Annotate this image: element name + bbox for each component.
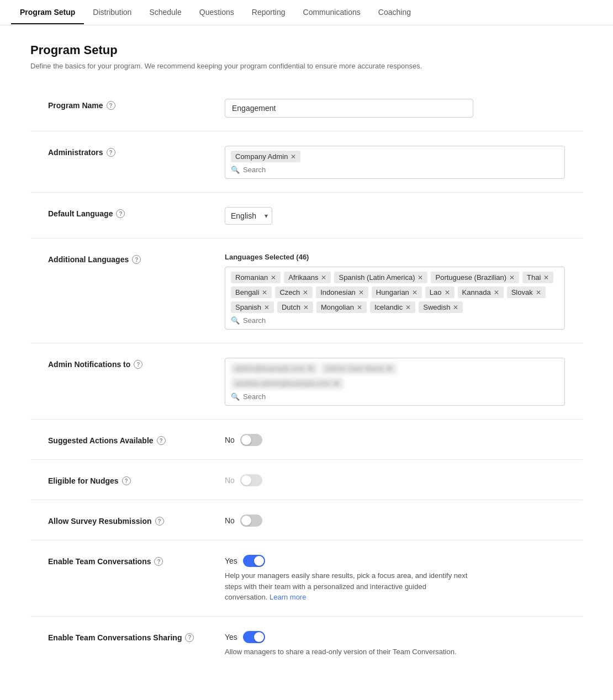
- admin-notifications-tags-line: admin@example.com ✕ Admin User Name ✕: [231, 363, 559, 374]
- suggested-actions-control-col: No: [225, 434, 565, 446]
- language-tag-remove[interactable]: ✕: [358, 289, 364, 296]
- allow-resubmission-label: Allow Survey Resubmission ?: [48, 517, 225, 526]
- language-tag-remove[interactable]: ✕: [271, 274, 276, 281]
- admin-notification-tag-1: admin@example.com ✕: [231, 363, 318, 374]
- admin-notifications-search-icon: 🔍: [231, 393, 240, 401]
- suggested-actions-row: Suggested Actions Available ? No: [30, 421, 583, 460]
- tab-reporting[interactable]: Reporting: [243, 1, 294, 24]
- language-tag-thai: Thai✕: [522, 272, 553, 283]
- admin-notification-tag-3-remove[interactable]: ✕: [334, 380, 339, 387]
- language-tag-remove[interactable]: ✕: [453, 304, 458, 311]
- language-tag-remove[interactable]: ✕: [543, 274, 549, 281]
- language-tag-remove[interactable]: ✕: [405, 304, 411, 311]
- administrators-help-icon[interactable]: ?: [107, 148, 115, 157]
- allow-resubmission-toggle[interactable]: [240, 515, 262, 527]
- eligible-nudges-row: Eligible for Nudges ? No: [30, 461, 583, 500]
- suggested-actions-toggle[interactable]: [240, 434, 262, 446]
- language-tag-remove[interactable]: ✕: [264, 304, 269, 311]
- administrators-label: Administrators ?: [48, 148, 225, 157]
- suggested-actions-label-col: Suggested Actions Available ?: [48, 434, 225, 445]
- enable-team-conv-help-icon[interactable]: ?: [154, 557, 163, 566]
- suggested-actions-slider: [240, 434, 262, 446]
- suggested-actions-label: Suggested Actions Available ?: [48, 436, 225, 445]
- additional-languages-row: Additional Languages ? Languages Selecte…: [30, 240, 583, 343]
- tab-coaching[interactable]: Coaching: [369, 1, 420, 24]
- language-tag-spanish: Spanish✕: [231, 301, 274, 313]
- language-tag-remove[interactable]: ✕: [494, 289, 499, 296]
- admin-tag-company-admin: Company Admin ✕: [231, 151, 300, 162]
- language-tag-romanian: Romanian✕: [231, 272, 281, 283]
- enable-team-conv-toggle[interactable]: [243, 555, 265, 567]
- default-language-select[interactable]: English: [225, 207, 272, 225]
- language-tag-remove[interactable]: ✕: [536, 289, 541, 296]
- languages-selected-header: Languages Selected (46): [225, 253, 565, 261]
- admin-notifications-search-input[interactable]: [243, 393, 559, 401]
- tab-communications[interactable]: Communications: [294, 1, 369, 24]
- tab-distribution[interactable]: Distribution: [84, 1, 140, 24]
- program-name-help-icon[interactable]: ?: [107, 101, 115, 110]
- allow-resubmission-row: Allow Survey Resubmission ? No: [30, 501, 583, 540]
- enable-sharing-value: Yes: [225, 633, 237, 641]
- language-tag-remove[interactable]: ✕: [357, 304, 362, 311]
- nav-bar: Program Setup Distribution Schedule Ques…: [0, 0, 613, 25]
- language-tag-remove[interactable]: ✕: [262, 289, 267, 296]
- admin-notifications-help-icon[interactable]: ?: [134, 360, 142, 369]
- language-tag-kannada: Kannada✕: [458, 287, 504, 298]
- allow-resubmission-help-icon[interactable]: ?: [155, 517, 164, 526]
- administrators-search-input[interactable]: [243, 166, 559, 174]
- enable-team-conv-label-col: Enable Team Conversations ?: [48, 555, 225, 566]
- admin-tag-company-admin-remove[interactable]: ✕: [290, 153, 296, 160]
- additional-languages-label-col: Additional Languages ?: [48, 253, 225, 264]
- page-title: Program Setup: [30, 43, 583, 57]
- default-language-select-wrapper: English: [225, 207, 272, 225]
- administrators-control-col: Company Admin ✕ 🔍: [225, 146, 565, 179]
- language-tag-icelandic: Icelandic✕: [370, 301, 415, 313]
- allow-resubmission-control-col: No: [225, 515, 565, 527]
- admin-notification-tag-1-remove[interactable]: ✕: [308, 365, 313, 372]
- enable-sharing-help-icon[interactable]: ?: [185, 633, 194, 642]
- language-tag-remove[interactable]: ✕: [509, 274, 515, 281]
- language-tag-bengali: Bengali✕: [231, 287, 272, 298]
- administrators-label-col: Administrators ?: [48, 146, 225, 157]
- administrators-tags-line: Company Admin ✕: [231, 151, 559, 162]
- enable-sharing-label-col: Enable Team Conversations Sharing ?: [48, 631, 225, 642]
- language-tag-remove[interactable]: ✕: [303, 304, 309, 311]
- enable-sharing-toggle[interactable]: [243, 631, 265, 643]
- additional-languages-help-icon[interactable]: ?: [132, 255, 141, 264]
- eligible-nudges-toggle: [240, 474, 262, 486]
- program-name-input[interactable]: [225, 99, 473, 118]
- administrators-tag-area[interactable]: Company Admin ✕ 🔍: [225, 146, 565, 179]
- language-tag-remove[interactable]: ✕: [418, 274, 423, 281]
- program-name-row: Program Name ?: [30, 86, 583, 131]
- allow-resubmission-slider: [240, 515, 262, 527]
- language-tag-remove[interactable]: ✕: [412, 289, 418, 296]
- suggested-actions-toggle-row: No: [225, 434, 565, 446]
- learn-more-link[interactable]: Learn more: [269, 593, 306, 601]
- admin-notification-tag-2-remove[interactable]: ✕: [387, 365, 392, 372]
- additional-languages-control-col: Languages Selected (46) Romanian✕Afrikaa…: [225, 253, 565, 330]
- default-language-label-col: Default Language ?: [48, 207, 225, 218]
- enable-sharing-control-col: Yes Allow managers to share a read-only …: [225, 631, 565, 657]
- languages-search-row: 🔍: [231, 316, 559, 325]
- language-tag-remove[interactable]: ✕: [303, 289, 308, 296]
- language-tag-remove[interactable]: ✕: [321, 274, 326, 281]
- allow-resubmission-value: No: [225, 516, 235, 525]
- tab-questions[interactable]: Questions: [191, 1, 243, 24]
- tab-schedule[interactable]: Schedule: [140, 1, 190, 24]
- tab-program-setup[interactable]: Program Setup: [11, 1, 84, 24]
- enable-team-conv-row: Enable Team Conversations ? Yes Help you…: [30, 542, 583, 617]
- eligible-nudges-help-icon[interactable]: ?: [122, 476, 131, 485]
- suggested-actions-help-icon[interactable]: ?: [157, 436, 166, 445]
- languages-tag-area[interactable]: Romanian✕Afrikaans✕Spanish (Latin Americ…: [225, 267, 565, 330]
- default-language-row: Default Language ? English: [30, 194, 583, 238]
- administrators-search-row: 🔍: [231, 166, 559, 174]
- languages-tags-line: Romanian✕Afrikaans✕Spanish (Latin Americ…: [231, 272, 559, 313]
- language-tag-remove[interactable]: ✕: [445, 289, 450, 296]
- language-tag-lao: Lao✕: [425, 287, 455, 298]
- languages-search-input[interactable]: [243, 316, 559, 325]
- language-tag-portuguese-(brazilian): Portuguese (Brazilian)✕: [431, 272, 519, 283]
- admin-notifications-tag-area[interactable]: admin@example.com ✕ Admin User Name ✕ an…: [225, 358, 565, 406]
- language-tag-slovak: Slovak✕: [507, 287, 546, 298]
- enable-sharing-description: Allow managers to share a read-only vers…: [225, 646, 468, 657]
- default-language-help-icon[interactable]: ?: [116, 209, 125, 218]
